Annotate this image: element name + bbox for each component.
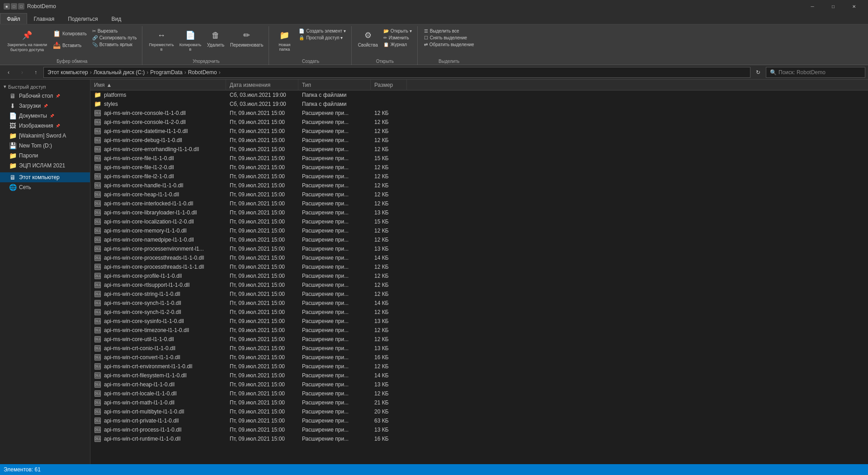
move-button[interactable]: ↔ Переместитьв — [147, 28, 175, 52]
maximize-button[interactable]: □ — [823, 0, 844, 13]
up-button[interactable]: ↑ — [30, 67, 42, 78]
paste-button[interactable]: 📥 Вставить — [51, 40, 89, 51]
pin-button[interactable]: 📌 Закрепить на панелибыстрого доступа — [5, 28, 49, 53]
table-row[interactable]: DLLapi-ms-win-core-file-l1-1-0.dllПт, 09… — [90, 154, 868, 163]
table-row[interactable]: DLLapi-ms-win-crt-process-l1-1-0.dllПт, … — [90, 425, 868, 434]
col-header-date[interactable]: Дата изменения — [226, 80, 298, 90]
tab-view[interactable]: Вид — [104, 13, 128, 24]
search-bar[interactable]: 🔍 Поиск: RobotDemo — [766, 67, 865, 78]
table-row[interactable]: DLLapi-ms-win-core-memory-l1-1-0.dllПт, … — [90, 226, 868, 235]
new-item-button[interactable]: 📄 Создать элемент ▾ — [297, 28, 347, 34]
table-row[interactable]: DLLapi-ms-win-core-libraryloader-l1-1-0.… — [90, 208, 868, 217]
edit-button[interactable]: ✏ Изменить — [382, 35, 414, 41]
file-name-cell: DLLapi-ms-win-core-handle-l1-1-0.dll — [90, 181, 226, 190]
table-row[interactable]: DLLapi-ms-win-crt-locale-l1-1-0.dllПт, 0… — [90, 389, 868, 398]
table-row[interactable]: DLLapi-ms-win-core-rtlsupport-l1-1-0.dll… — [90, 280, 868, 290]
table-row[interactable]: DLLapi-ms-win-core-timezone-l1-1-0.dllПт… — [90, 326, 868, 335]
address-crumb-0[interactable]: Этот компьютер — [47, 69, 88, 76]
minimize-button[interactable]: ─ — [802, 0, 823, 13]
table-row[interactable]: DLLapi-ms-win-crt-private-l1-1-0.dllПт, … — [90, 416, 868, 425]
address-crumb-1[interactable]: Локальный диск (C:) — [94, 69, 145, 76]
rename-button[interactable]: ✏ Переименовать — [228, 28, 265, 48]
table-row[interactable]: DLLapi-ms-win-core-handle-l1-1-0.dllПт, … — [90, 181, 868, 190]
table-row[interactable]: DLLapi-ms-win-core-console-l1-2-0.dllПт,… — [90, 118, 868, 127]
select-all-button[interactable]: ☰ Выделить все — [422, 28, 476, 34]
invert-selection-button[interactable]: ⇄ Обратить выделение — [422, 42, 476, 48]
history-button[interactable]: 📋 Журнал — [382, 42, 414, 48]
deselect-button[interactable]: ☐ Снять выделение — [422, 35, 476, 41]
address-crumb-2[interactable]: ProgramData — [150, 69, 182, 76]
sidebar-item-this-computer[interactable]: 🖥 Этот компьютер — [0, 172, 90, 182]
new-folder-button[interactable]: 📁 Новаяпапка — [274, 28, 295, 52]
sidebar-item-wakanim[interactable]: 📁 [Wakanim] Sword A — [0, 131, 90, 141]
delete-button[interactable]: 🗑 Удалить — [205, 28, 226, 48]
table-row[interactable]: DLLapi-ms-win-core-file-l1-2-0.dllПт, 09… — [90, 163, 868, 172]
table-row[interactable]: DLLapi-ms-win-crt-filesystem-l1-1-0.dllП… — [90, 371, 868, 380]
table-row[interactable]: DLLapi-ms-win-core-localization-l1-2-0.d… — [90, 217, 868, 226]
sidebar-item-ecp[interactable]: 📁 ЭЦП ИСЛАМ 2021 — [0, 161, 90, 171]
table-row[interactable]: DLLapi-ms-win-core-errorhandling-l1-1-0.… — [90, 145, 868, 154]
col-header-name[interactable]: Имя ▲ — [90, 80, 226, 90]
table-row[interactable]: DLLapi-ms-win-crt-environment-l1-1-0.dll… — [90, 362, 868, 371]
table-row[interactable]: DLLapi-ms-win-crt-heap-l1-1-0.dllПт, 09.… — [90, 380, 868, 389]
file-name-text: api-ms-win-core-interlocked-l1-1-0.dll — [104, 200, 193, 207]
title-icon-2[interactable]: □ — [11, 3, 17, 10]
table-row[interactable]: DLLapi-ms-win-core-profile-l1-1-0.dllПт,… — [90, 271, 868, 280]
table-row[interactable]: DLLapi-ms-win-core-file-l2-1-0.dllПт, 09… — [90, 172, 868, 181]
title-icon-1[interactable]: ■ — [4, 3, 10, 10]
address-crumb-3[interactable]: RobotDemo — [188, 69, 217, 76]
table-row[interactable]: DLLapi-ms-win-core-heap-l1-1-0.dllПт, 09… — [90, 190, 868, 199]
address-bar[interactable]: Этот компьютер › Локальный диск (C:) › P… — [43, 67, 750, 78]
easy-access-button[interactable]: 🔒 Простой доступ ▾ — [297, 35, 347, 41]
paste-shortcut-button[interactable]: 📎 Вставить ярлык — [90, 42, 139, 48]
table-row[interactable]: DLLapi-ms-win-core-interlocked-l1-1-0.dl… — [90, 199, 868, 208]
file-size-cell: 12 КБ — [371, 199, 407, 208]
dll-icon: DLL — [94, 218, 101, 225]
table-row[interactable]: 📁platformsСб, 03.июл.2021 19:00Папка с ф… — [90, 90, 868, 100]
copy-to-button[interactable]: 📄 Копироватьв — [178, 28, 203, 52]
tab-home[interactable]: Главная — [27, 13, 61, 24]
ribbon-group-organize: ↔ Переместитьв 📄 Копироватьв 🗑 Удалить ✏… — [143, 26, 269, 65]
back-button[interactable]: ‹ — [3, 67, 14, 78]
sidebar-item-downloads[interactable]: ⬇ Загрузки 📌 — [0, 101, 90, 111]
title-icon-3[interactable]: □ — [18, 3, 24, 10]
tab-share[interactable]: Поделиться — [61, 13, 104, 24]
copy-path-button[interactable]: 🔗 Скопировать путь — [90, 35, 139, 41]
table-row[interactable]: DLLapi-ms-win-core-processthreads-l1-1-0… — [90, 253, 868, 262]
dll-icon: DLL — [94, 390, 101, 397]
table-row[interactable]: DLLapi-ms-win-core-processenvironment-l1… — [90, 244, 868, 253]
col-header-size[interactable]: Размер — [371, 80, 407, 90]
table-row[interactable]: DLLapi-ms-win-crt-runtime-l1-1-0.dllПт, … — [90, 434, 868, 443]
open-button[interactable]: 📂 Открыть ▾ — [382, 28, 414, 34]
table-row[interactable]: DLLapi-ms-win-core-console-l1-1-0.dllПт,… — [90, 109, 868, 118]
table-row[interactable]: DLLapi-ms-win-core-datetime-l1-1-0.dllПт… — [90, 127, 868, 136]
refresh-button[interactable]: ↻ — [752, 67, 764, 78]
sidebar-item-newtom[interactable]: 💾 New Tom (D:) — [0, 141, 90, 151]
table-row[interactable]: DLLapi-ms-win-crt-conio-l1-1-0.dllПт, 09… — [90, 344, 868, 353]
table-row[interactable]: DLLapi-ms-win-crt-convert-l1-1-0.dllПт, … — [90, 353, 868, 362]
table-row[interactable]: DLLapi-ms-win-crt-math-l1-1-0.dllПт, 09.… — [90, 398, 868, 407]
table-row[interactable]: DLLapi-ms-win-core-debug-l1-1-0.dllПт, 0… — [90, 136, 868, 145]
table-row[interactable]: DLLapi-ms-win-core-synch-l1-2-0.dllПт, 0… — [90, 308, 868, 317]
table-row[interactable]: DLLapi-ms-win-core-namedpipe-l1-1-0.dllП… — [90, 235, 868, 244]
sidebar-item-passwords[interactable]: 📁 Пароли — [0, 151, 90, 161]
cut-button[interactable]: ✂ Вырезать — [90, 28, 139, 34]
copy-button[interactable]: 📋 Копировать — [51, 28, 89, 39]
table-row[interactable]: DLLapi-ms-win-core-sysinfo-l1-1-0.dllПт,… — [90, 317, 868, 326]
sidebar-item-images[interactable]: 🖼 Изображения 📌 — [0, 121, 90, 131]
tab-file[interactable]: Файл — [0, 13, 27, 24]
table-row[interactable]: DLLapi-ms-win-core-processthreads-l1-1-1… — [90, 262, 868, 271]
sidebar-item-network[interactable]: 🌐 Сеть — [0, 182, 90, 192]
sidebar-item-desktop[interactable]: 🖥 Рабочий стол 📌 — [0, 91, 90, 101]
table-row[interactable]: 📁stylesСб, 03.июл.2021 19:00Папка с файл… — [90, 100, 868, 109]
table-row[interactable]: DLLapi-ms-win-core-util-l1-1-0.dllПт, 09… — [90, 335, 868, 344]
sidebar-item-documents[interactable]: 📄 Документы 📌 — [0, 111, 90, 121]
forward-button[interactable]: › — [16, 67, 28, 78]
table-row[interactable]: DLLapi-ms-win-core-synch-l1-1-0.dllПт, 0… — [90, 299, 868, 308]
table-row[interactable]: DLLapi-ms-win-core-string-l1-1-0.dllПт, … — [90, 290, 868, 299]
table-row[interactable]: DLLapi-ms-win-crt-multibyte-l1-1-0.dllПт… — [90, 407, 868, 416]
properties-button[interactable]: ⚙ Свойства — [356, 28, 380, 48]
col-header-type[interactable]: Тип — [298, 80, 371, 90]
close-button[interactable]: ✕ — [844, 0, 864, 13]
quick-access-header[interactable]: ▾ Быстрый доступ — [0, 82, 90, 91]
